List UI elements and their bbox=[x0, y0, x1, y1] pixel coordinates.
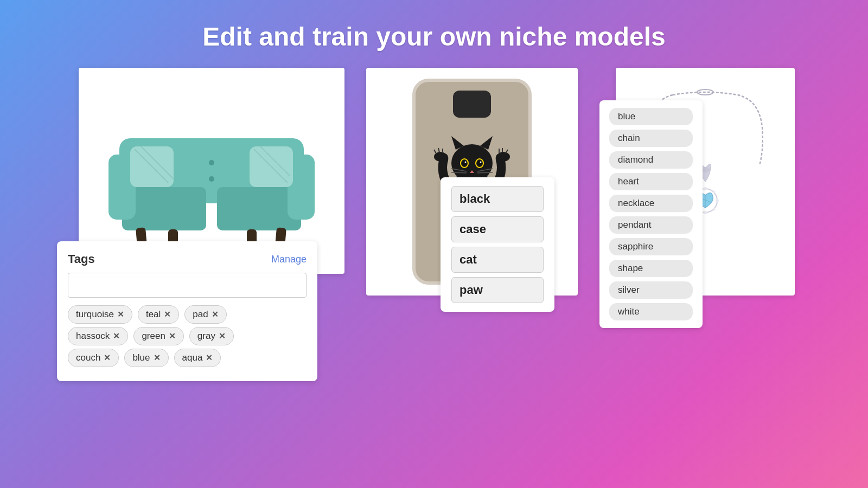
svg-line-38 bbox=[434, 150, 436, 153]
svg-point-54 bbox=[713, 208, 716, 211]
tag-shape: shape bbox=[609, 260, 693, 277]
manage-link[interactable]: Manage bbox=[271, 254, 307, 265]
tag-hassock: hassock ✕ bbox=[68, 327, 128, 345]
tags-input[interactable] bbox=[68, 273, 307, 298]
tag-teal: teal ✕ bbox=[138, 305, 179, 324]
tag-pad-remove[interactable]: ✕ bbox=[212, 310, 219, 319]
svg-point-10 bbox=[209, 176, 214, 182]
page-title: Edit and train your own niche models bbox=[0, 0, 868, 68]
svg-line-34 bbox=[451, 172, 467, 173]
svg-point-50 bbox=[716, 199, 719, 202]
tag-blue-remove[interactable]: ✕ bbox=[154, 353, 161, 363]
svg-line-36 bbox=[477, 172, 493, 173]
tag-silver: silver bbox=[609, 281, 693, 299]
tag-aqua-remove[interactable]: ✕ bbox=[206, 353, 213, 363]
tags-panel: Tags Manage turquoise ✕ teal ✕ pad ✕ bbox=[57, 241, 317, 381]
tag-blue-necklace: blue bbox=[609, 108, 693, 125]
phone-case-card: black case cat paw bbox=[366, 68, 583, 296]
tag-aqua: aqua ✕ bbox=[174, 349, 221, 367]
card3-tags-panel: blue chain diamond heart necklace pendan… bbox=[599, 100, 703, 328]
tags-label: Tags bbox=[68, 252, 95, 266]
cards-container: Tags Manage turquoise ✕ teal ✕ pad ✕ bbox=[0, 68, 868, 381]
tag-diamond: diamond bbox=[609, 151, 693, 169]
tag-chain: chain bbox=[609, 130, 693, 147]
tag-couch-remove[interactable]: ✕ bbox=[104, 353, 111, 363]
tag-green: green ✕ bbox=[133, 327, 183, 345]
tag-turquoise-remove[interactable]: ✕ bbox=[117, 310, 124, 319]
svg-point-7 bbox=[209, 160, 214, 165]
tag-green-remove[interactable]: ✕ bbox=[169, 331, 176, 341]
tag-black: black bbox=[451, 186, 544, 212]
svg-point-23 bbox=[451, 144, 493, 182]
svg-point-49 bbox=[704, 187, 707, 190]
svg-line-39 bbox=[438, 148, 439, 152]
tags-row-3: couch ✕ blue ✕ aqua ✕ bbox=[68, 349, 307, 367]
tag-couch: couch ✕ bbox=[68, 349, 119, 367]
tag-hassock-remove[interactable]: ✕ bbox=[113, 331, 120, 341]
tags-header: Tags Manage bbox=[68, 252, 307, 266]
tags-row-1: turquoise ✕ teal ✕ pad ✕ bbox=[68, 305, 307, 324]
tag-turquoise: turquoise ✕ bbox=[68, 305, 132, 324]
tags-row-2: hassock ✕ green ✕ gray ✕ bbox=[68, 327, 307, 345]
tag-pendant: pendant bbox=[609, 216, 693, 234]
svg-point-31 bbox=[480, 162, 482, 163]
tag-blue: blue ✕ bbox=[124, 349, 168, 367]
tag-teal-remove[interactable]: ✕ bbox=[164, 310, 171, 319]
tag-sapphire: sapphire bbox=[609, 238, 693, 255]
tag-pad: pad ✕ bbox=[184, 305, 226, 324]
tag-necklace: necklace bbox=[609, 195, 693, 212]
card2-tags-panel: black case cat paw bbox=[441, 177, 554, 312]
tag-white: white bbox=[609, 303, 693, 320]
tag-gray-remove[interactable]: ✕ bbox=[219, 331, 226, 341]
tag-heart: heart bbox=[609, 173, 693, 190]
svg-point-51 bbox=[704, 211, 707, 214]
tag-gray: gray ✕ bbox=[189, 327, 234, 345]
tag-paw: paw bbox=[451, 277, 544, 303]
sofa-illustration bbox=[98, 84, 326, 258]
tag-cat: cat bbox=[451, 247, 544, 273]
necklace-card: blue chain diamond heart necklace pendan… bbox=[605, 68, 811, 296]
svg-point-30 bbox=[465, 162, 467, 163]
tag-case: case bbox=[451, 216, 544, 242]
sofa-card: Tags Manage turquoise ✕ teal ✕ pad ✕ bbox=[57, 68, 344, 381]
svg-point-53 bbox=[713, 191, 716, 194]
